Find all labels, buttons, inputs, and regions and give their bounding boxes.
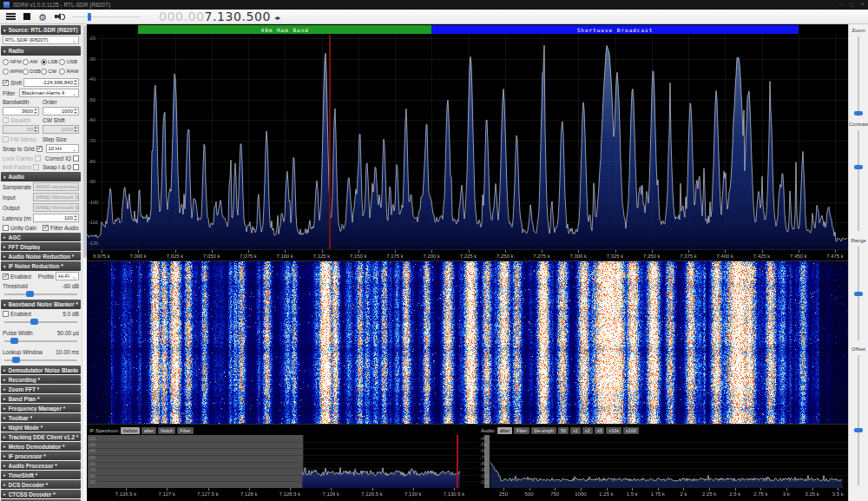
panel-fft-display[interactable]: FFT Display — [1, 242, 81, 251]
minimize-button[interactable] — [838, 0, 843, 10]
spinner-icon[interactable] — [74, 109, 77, 114]
audio-button-x5[interactable]: x5 — [595, 427, 605, 434]
spinner-icon[interactable] — [74, 215, 77, 221]
panel-meteo-demodulator[interactable]: Meteo Demodulator * — [1, 442, 81, 451]
panel-if-processor[interactable]: IF processor * — [1, 452, 81, 460]
offset-slider[interactable] — [858, 355, 859, 485]
mode-option-nfm[interactable]: NFM — [3, 57, 23, 66]
audio-spectrum-canvas[interactable] — [478, 435, 848, 488]
order-input[interactable]: 1000 — [43, 107, 79, 115]
audio-input-select[interactable]: [MME] Microsoft Soun — [33, 193, 79, 201]
correct-iq-checkbox[interactable] — [73, 155, 79, 162]
panel-dcs-decoder[interactable]: DCS Decoder * — [1, 480, 81, 489]
panel-tracking-dde-client-v1-2[interactable]: Tracking DDE Client v1.2 * — [1, 432, 81, 441]
cw-shift-input[interactable]: 1000 — [43, 125, 79, 134]
gear-icon[interactable] — [38, 9, 47, 24]
mode-option-cw[interactable]: CW — [41, 67, 60, 76]
snap-to-grid-checkbox[interactable] — [36, 146, 43, 152]
spectrum-canvas[interactable] — [87, 35, 848, 249]
slider-thumb[interactable] — [12, 357, 20, 363]
swap-iq-checkbox[interactable] — [73, 164, 79, 170]
audio-button-filter[interactable]: Filter — [514, 427, 529, 434]
panel-toolbar[interactable]: Toolbar * — [1, 413, 81, 422]
audio-button-50[interactable]: 50 — [558, 427, 569, 434]
spinner-icon[interactable] — [74, 80, 77, 85]
shift-input[interactable]: -124,996,840 — [23, 78, 79, 87]
panel-night-mode[interactable]: Night Mode * — [1, 423, 81, 432]
audio-button-x10s[interactable]: x10s — [606, 427, 621, 434]
close-button[interactable] — [860, 0, 865, 10]
panel-frequency-manager[interactable]: Frequency Manager * — [1, 404, 81, 412]
panel-timeshift[interactable]: TimeShift * — [1, 471, 81, 479]
bbnb-lookup-window-slider[interactable] — [4, 356, 77, 364]
audio-button-x1[interactable]: x1 — [570, 427, 581, 434]
latency-input[interactable]: 100 — [33, 214, 79, 222]
filter-select[interactable]: Blackman-Harris 4 — [19, 89, 79, 97]
panel-zoom-fft[interactable]: Zoom FFT * — [1, 385, 81, 393]
bandwidth-input[interactable]: 3600 — [3, 107, 39, 115]
panel-audio[interactable]: Audio — [1, 172, 81, 181]
if-button-filter[interactable]: Filter — [177, 427, 193, 434]
mode-option-lsb[interactable]: LSB — [41, 57, 60, 66]
if-button-notch[interactable]: Notch — [158, 427, 175, 434]
frequency-display[interactable]: 000.007.130.500 — [159, 9, 279, 25]
panel-source[interactable]: Source: RTL-SDR (R820T) — [1, 25, 81, 35]
if-spectrum-plot[interactable]: -20-30-40-50-60-70-80-90 — [87, 435, 477, 488]
volume-track[interactable] — [73, 16, 141, 18]
menu-icon[interactable] — [6, 13, 16, 20]
fm-stereo-checkbox[interactable] — [3, 136, 9, 142]
panel-radio[interactable]: Radio — [1, 46, 81, 56]
if-spectrum-canvas[interactable] — [87, 435, 477, 488]
spinner-icon[interactable] — [74, 127, 77, 132]
contrast-slider[interactable] — [858, 130, 859, 231]
panel-ctcss-decoder[interactable]: CTCSS Decoder * — [1, 490, 81, 498]
panel-band-plan[interactable]: Band Plan * — [1, 394, 81, 403]
ifnr-threshold-slider[interactable] — [4, 290, 77, 298]
panel-recording[interactable]: Recording * — [1, 375, 81, 384]
mode-option-dsb[interactable]: DSB — [23, 67, 41, 76]
stop-icon[interactable] — [23, 13, 30, 20]
if-button-after[interactable]: after — [141, 427, 156, 434]
audio-button-x2[interactable]: x2 — [582, 427, 593, 434]
bbnb-pulse-width-slider[interactable] — [4, 337, 77, 345]
panel-if-noise-reduction[interactable]: IF Noise Reduction * — [1, 261, 81, 271]
zoom-slider-thumb[interactable] — [854, 111, 863, 115]
ifnr-enabled-checkbox[interactable] — [3, 274, 9, 280]
zoom-slider[interactable] — [858, 36, 859, 116]
shift-checkbox[interactable] — [3, 80, 9, 86]
spinner-icon[interactable] — [34, 109, 37, 114]
contrast-slider-thumb[interactable] — [854, 165, 863, 169]
waterfall-display[interactable] — [87, 260, 848, 424]
mode-option-usb[interactable]: USB — [59, 57, 79, 66]
maximize-button[interactable] — [849, 0, 854, 10]
mode-option-raw[interactable]: RAW — [59, 67, 79, 76]
ifnr-profile-select[interactable]: Hi-Fi — [56, 272, 79, 280]
tuning-line[interactable] — [329, 35, 331, 249]
mode-option-wfm[interactable]: WFM — [3, 67, 23, 76]
volume-slider[interactable] — [73, 12, 141, 22]
panel-baseband-noise-blanker[interactable]: Baseband Noise Blanker * — [1, 300, 81, 309]
spectrum-display[interactable]: -20-30-40-50-60-70-80-90-100-110-120 — [87, 35, 848, 249]
audio-spectrum-plot[interactable]: -40-50-60-70-80-90-100-110 — [478, 435, 848, 488]
filter-audio-checkbox[interactable] — [43, 225, 49, 231]
slider-thumb[interactable] — [30, 319, 38, 325]
squelch-checkbox[interactable] — [3, 117, 9, 123]
unity-gain-checkbox[interactable] — [3, 225, 9, 231]
audio-button-x100[interactable]: x100 — [623, 427, 639, 434]
bbnb-enabled-checkbox[interactable] — [3, 311, 9, 317]
source-device-select[interactable]: RTL-SDR (R820T) — [3, 36, 79, 44]
samplerate-select[interactable]: 48000 sample/sec — [33, 182, 79, 191]
squelch-input[interactable]: 50 — [3, 125, 39, 134]
volume-thumb[interactable] — [88, 13, 91, 21]
audio-output-select[interactable]: [MME] Microsoft Soun — [33, 203, 79, 212]
audio-button-de-emph[interactable]: De-emph — [531, 427, 556, 434]
audio-button-after[interactable]: after — [497, 427, 512, 434]
bbnb-level-slider[interactable] — [4, 318, 77, 326]
mode-option-am[interactable]: AM — [23, 57, 41, 66]
step-size-select[interactable]: 10 Hz — [46, 144, 80, 153]
spinner-icon[interactable] — [34, 127, 37, 132]
lock-carrier-checkbox[interactable] — [35, 155, 41, 162]
slider-thumb[interactable] — [26, 291, 34, 297]
frequency-step-arrows-icon[interactable] — [271, 9, 279, 25]
offset-slider-thumb[interactable] — [854, 428, 863, 432]
